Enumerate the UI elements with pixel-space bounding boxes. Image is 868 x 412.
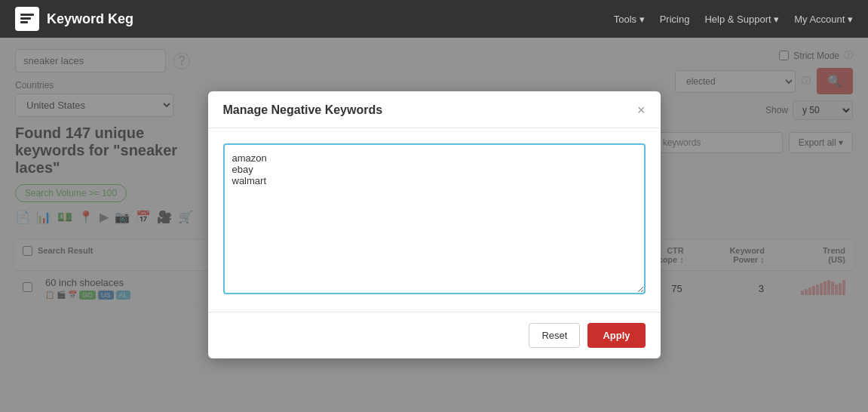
header-nav: Tools ▾ Pricing Help & Support ▾ My Acco… xyxy=(614,14,853,25)
modal-header: Manage Negative Keywords × xyxy=(208,91,661,128)
modal-title: Manage Negative Keywords xyxy=(223,103,383,117)
apply-button[interactable]: Apply xyxy=(587,323,645,348)
svg-rect-2 xyxy=(20,21,28,23)
nav-help[interactable]: Help & Support ▾ xyxy=(704,14,779,25)
nav-account[interactable]: My Account ▾ xyxy=(794,14,853,25)
keywords-textarea[interactable]: amazon ebay walmart xyxy=(223,143,646,294)
modal-body: amazon ebay walmart xyxy=(208,128,661,312)
logo-icon xyxy=(15,7,39,31)
modal-close-button[interactable]: × xyxy=(637,103,646,117)
modal-overlay[interactable]: Manage Negative Keywords × amazon ebay w… xyxy=(0,38,868,412)
svg-rect-1 xyxy=(20,17,31,20)
nav-tools[interactable]: Tools ▾ xyxy=(614,14,645,25)
reset-button[interactable]: Reset xyxy=(529,323,580,348)
modal-footer: Reset Apply xyxy=(208,312,661,358)
logo-text: Keyword Keg xyxy=(47,11,133,27)
svg-rect-0 xyxy=(20,14,34,16)
logo[interactable]: Keyword Keg xyxy=(15,7,133,31)
page-content: ? Countries United States Found 147 uniq… xyxy=(0,38,868,412)
header: Keyword Keg Tools ▾ Pricing Help & Suppo… xyxy=(0,0,868,38)
modal-dialog: Manage Negative Keywords × amazon ebay w… xyxy=(208,91,661,358)
nav-pricing[interactable]: Pricing xyxy=(660,14,690,25)
